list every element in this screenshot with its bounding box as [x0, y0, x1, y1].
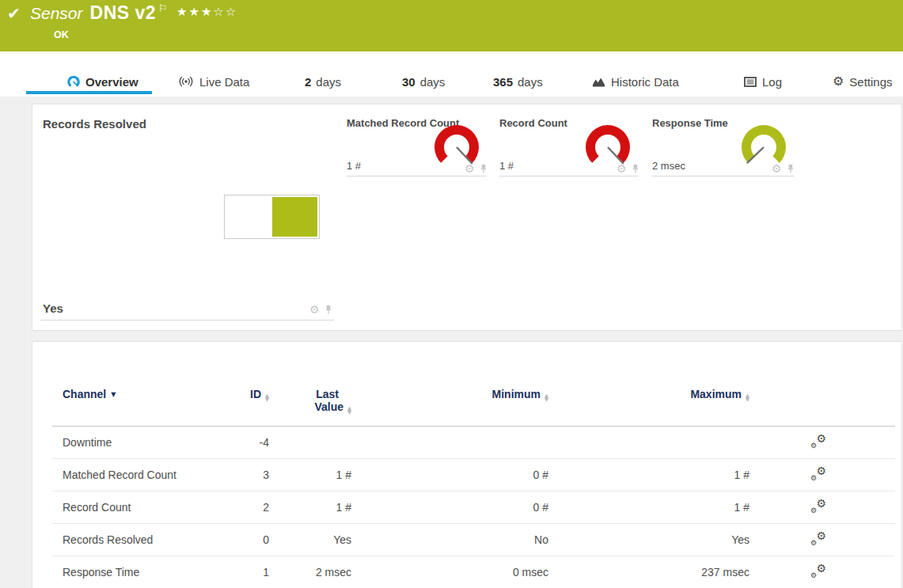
channel-name: Record Count [52, 501, 222, 514]
gauge-value: 1 # [347, 160, 361, 172]
header-last-value[interactable]: Last Value▲▼ [274, 388, 355, 415]
pin-icon[interactable] [324, 305, 332, 315]
gauge-tile-actions: ⚙ [465, 163, 488, 174]
table-row: Matched Record Count 3 1 # 0 # 1 # ⚙⚙ [52, 459, 895, 491]
tab-label: Settings [849, 75, 892, 89]
channel-settings-icon[interactable]: ⚙⚙ [810, 466, 826, 481]
gear-icon[interactable]: ⚙ [617, 163, 627, 174]
tab-number: 365 [493, 75, 513, 89]
gear-icon[interactable]: ⚙ [772, 163, 782, 174]
records-resolved-indicator [224, 195, 320, 239]
table-row: Records Resolved 0 Yes No Yes ⚙⚙ [52, 524, 895, 556]
active-tab-underline [26, 91, 152, 94]
tile-separator [652, 176, 794, 176]
status-check-icon: ✔ [7, 4, 21, 23]
page-title: SensorDNS v2⚐ [30, 2, 168, 24]
channel-maximum: 237 msec [552, 566, 753, 579]
table-row: Record Count 2 1 # 0 # 1 # ⚙⚙ [52, 491, 895, 524]
gear-icon[interactable]: ⚙ [465, 163, 475, 174]
channel-last-value: 1 # [274, 501, 355, 514]
channel-settings-icon[interactable]: ⚙⚙ [810, 531, 826, 546]
channel-last-value: 1 # [274, 469, 355, 481]
sensor-type-label: Sensor [30, 4, 83, 22]
gauge-tile-title: Record Count [499, 117, 567, 129]
tab-365-days[interactable]: 365 days [493, 73, 543, 90]
sort-icon: ▲▼ [746, 394, 749, 402]
channel-table-header: Channel▼ ID▲▼ Last Value▲▼ Minimum▲▼ Max… [52, 342, 895, 427]
overview-panel: Records Resolved Yes ⚙ Matched Record Co… [32, 104, 902, 331]
gauge-tile-actions: ⚙ [772, 163, 795, 174]
channel-minimum: 0 msec [355, 566, 552, 579]
tab-label: Historic Data [611, 75, 679, 89]
tile-separator [499, 176, 639, 176]
channel-minimum: 0 # [355, 469, 552, 481]
channel-settings-icon[interactable]: ⚙⚙ [810, 563, 826, 579]
area-chart-icon [592, 76, 605, 88]
channel-name: Matched Record Count [52, 469, 222, 481]
channel-table: Channel▼ ID▲▼ Last Value▲▼ Minimum▲▼ Max… [52, 342, 895, 588]
gauge-tile-actions: ⚙ [617, 163, 639, 174]
gauge-tile-title: Response Time [652, 117, 728, 129]
channel-table-panel: Channel▼ ID▲▼ Last Value▲▼ Minimum▲▼ Max… [32, 341, 902, 588]
sensor-name: DNS v2 [90, 2, 157, 23]
channel-last-value: 2 msec [274, 566, 355, 579]
channel-id: 1 [222, 566, 274, 579]
priority-stars[interactable]: ★★★☆☆ [176, 5, 237, 19]
tab-label: Overview [85, 75, 138, 89]
tab-live-data[interactable]: Live Data [178, 73, 249, 90]
header-id[interactable]: ID▲▼ [222, 388, 274, 402]
header-channel[interactable]: Channel▼ [52, 388, 222, 400]
tab-label: days [316, 75, 341, 89]
tab-bar: Overview Live Data 2 days 30 days 365 da… [0, 51, 903, 97]
channel-settings-icon[interactable]: ⚙⚙ [810, 499, 826, 514]
gear-icon: ⚙ [833, 75, 844, 88]
sort-icon: ▲▼ [544, 394, 548, 402]
gauge-icon [67, 75, 80, 88]
tab-overview[interactable]: Overview [67, 73, 138, 90]
flag-icon[interactable]: ⚐ [158, 2, 168, 14]
tile-separator [347, 176, 487, 176]
sort-icon: ▲▼ [265, 394, 269, 402]
pin-icon[interactable] [632, 164, 639, 174]
table-row: Downtime -4 ⚙⚙ [52, 427, 895, 459]
channel-id: 3 [222, 469, 274, 481]
header-minimum[interactable]: Minimum▲▼ [355, 388, 552, 402]
channel-minimum: 0 # [355, 501, 552, 514]
channel-settings-icon[interactable]: ⚙⚙ [810, 434, 826, 449]
tab-label: Log [762, 75, 782, 89]
channel-name: Downtime [52, 436, 222, 449]
tab-settings[interactable]: ⚙ Settings [833, 73, 893, 90]
tile-separator [40, 320, 334, 321]
tab-number: 30 [402, 75, 415, 89]
channel-maximum: 1 # [552, 501, 753, 514]
gauge-value: 2 msec [652, 160, 685, 172]
header-maximum[interactable]: Maximum▲▼ [552, 388, 753, 402]
tab-number: 2 [305, 75, 311, 89]
tab-2-days[interactable]: 2 days [305, 73, 341, 90]
primary-tile-value: Yes [43, 302, 63, 315]
tab-30-days[interactable]: 30 days [402, 73, 445, 90]
indicator-no-zone [226, 197, 272, 237]
tab-historic-data[interactable]: Historic Data [592, 73, 679, 90]
channel-id: 0 [222, 533, 274, 546]
primary-tile-actions: ⚙ [309, 304, 332, 315]
gauge-value: 1 # [499, 160, 514, 172]
channel-id: -4 [222, 436, 274, 449]
tab-label: days [518, 75, 543, 89]
primary-tile-title: Records Resolved [43, 117, 146, 131]
tab-log[interactable]: Log [744, 73, 782, 90]
channel-name: Response Time [52, 566, 222, 579]
pin-icon[interactable] [787, 164, 795, 174]
channel-name: Records Resolved [52, 533, 222, 546]
channel-maximum: Yes [552, 533, 753, 546]
channel-last-value: Yes [274, 533, 355, 546]
indicator-yes-zone [272, 197, 317, 237]
tab-label: Live Data [199, 75, 249, 89]
table-row: Response Time 1 2 msec 0 msec 237 msec ⚙… [52, 556, 895, 588]
gear-icon[interactable]: ⚙ [309, 304, 320, 315]
sensor-header: ✔ SensorDNS v2⚐ ★★★☆☆ OK [0, 0, 903, 51]
channel-id: 2 [222, 501, 274, 514]
status-badge: OK [54, 29, 69, 40]
sort-desc-icon: ▼ [111, 391, 116, 398]
pin-icon[interactable] [480, 164, 488, 174]
